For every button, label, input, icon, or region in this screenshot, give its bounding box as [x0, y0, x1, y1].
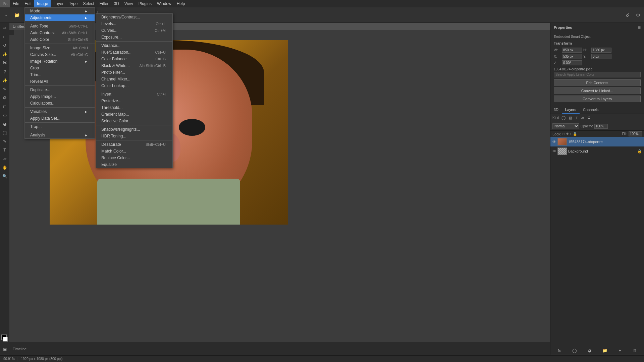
tool-brush[interactable]: ✎ — [1, 85, 9, 93]
adjustments-submenu-popup[interactable]: Brightness/Contrast... Levels... Ctrl+L … — [96, 13, 173, 168]
adj-exposure[interactable]: Exposure... — [96, 34, 172, 41]
adj-brightness[interactable]: Brightness/Contrast... — [96, 14, 172, 20]
search-apply-input[interactable] — [554, 72, 641, 77]
filter-smart[interactable]: ⚙ — [586, 115, 592, 120]
menu-ps[interactable]: Ps — [0, 0, 10, 7]
menu-layer[interactable]: Layer — [51, 0, 66, 7]
toolbar-open[interactable]: 📁 — [12, 10, 21, 20]
filter-shape[interactable]: ▱ — [580, 115, 585, 120]
tab-layers[interactable]: Layers — [562, 106, 580, 114]
blend-mode-select[interactable]: Normal Multiply Screen — [552, 123, 579, 129]
tool-shape[interactable]: ▱ — [1, 155, 9, 163]
tool-select-rect[interactable]: □ — [1, 33, 9, 41]
toolbar-new[interactable]: ◦ — [1, 10, 11, 20]
adj-colorbalance[interactable]: Color Balance... Ctrl+B — [96, 56, 172, 62]
menu-window[interactable]: Window — [154, 0, 174, 7]
layer-new-button[interactable]: + — [616, 347, 624, 355]
layer-visibility-0[interactable]: 👁 — [552, 140, 556, 144]
toolbar-search[interactable]: ☌ — [623, 10, 632, 20]
tool-pen[interactable]: ✎ — [1, 137, 9, 145]
image-menu-crop[interactable]: Crop — [25, 65, 95, 71]
lock-all-icon[interactable]: 🔒 — [573, 132, 577, 136]
tool-eraser[interactable]: ◻ — [1, 103, 9, 111]
tool-quick-mask[interactable]: ▣ — [1, 345, 9, 353]
image-menu-trap[interactable]: Trap... — [25, 123, 95, 130]
adj-levels[interactable]: Levels... Ctrl+L — [96, 20, 172, 27]
tab-3d[interactable]: 3D — [550, 106, 562, 114]
tool-dodge[interactable]: ◯ — [1, 129, 9, 137]
image-menu-analysis[interactable]: Analysis ► — [25, 132, 95, 138]
angle-input[interactable] — [562, 60, 582, 65]
image-menu-autotone[interactable]: Auto Tone Shift+Ctrl+L — [25, 23, 95, 29]
tool-text[interactable]: T — [1, 146, 9, 154]
w-input[interactable] — [562, 48, 582, 53]
adj-hdrtoning[interactable]: HDR Toning... — [96, 133, 172, 139]
tool-magic-wand[interactable]: ✨ — [1, 50, 9, 58]
menu-help[interactable]: Help — [174, 0, 188, 7]
adj-threshold[interactable]: Threshold... — [96, 104, 172, 111]
image-menu-calculations[interactable]: Calculations... — [25, 100, 95, 107]
menu-image[interactable]: Image — [34, 0, 51, 7]
adj-replacecolor[interactable]: Replace Color... — [96, 155, 172, 161]
lock-pixel-icon[interactable]: □ — [562, 132, 565, 136]
image-menu-imagerotation[interactable]: Image Rotation ► — [25, 58, 95, 65]
filter-adj[interactable]: ▨ — [568, 115, 573, 120]
adj-colorlookup[interactable]: Color Lookup... — [96, 82, 172, 89]
lock-move-icon[interactable]: ↕ — [570, 132, 572, 136]
tool-eyedropper[interactable]: ⚲ — [1, 68, 9, 76]
menu-select[interactable]: Select — [80, 0, 97, 7]
layer-item-0[interactable]: 👁 155438174-otoportre — [550, 137, 644, 146]
image-menu-variables[interactable]: Variables ► — [25, 108, 95, 115]
adj-matchcolor[interactable]: Match Color... — [96, 148, 172, 155]
image-menu-applyimage[interactable]: Apply Image... — [25, 93, 95, 100]
convert-to-linked-button[interactable]: Convert to Linked... — [554, 87, 641, 94]
image-menu-autocolor[interactable]: Auto Color Shift+Ctrl+B — [25, 36, 95, 43]
adj-blackwhite[interactable]: Black & White... Alt+Shift+Ctrl+B — [96, 62, 172, 69]
menu-3d[interactable]: 3D — [111, 0, 121, 7]
tool-zoom[interactable]: 🔍 — [1, 172, 9, 180]
image-menu-trim[interactable]: Trim... — [25, 71, 95, 78]
image-menu-adjustments[interactable]: Adjustments ► — [25, 14, 95, 21]
tab-channels[interactable]: Channels — [580, 106, 602, 114]
tool-clone-stamp[interactable]: ❂ — [1, 94, 9, 102]
menu-plugins[interactable]: Plugins — [136, 0, 154, 7]
convert-to-layers-button[interactable]: Convert to Layers — [554, 96, 641, 102]
y-input[interactable] — [591, 54, 611, 59]
properties-more[interactable]: ≡ — [638, 25, 641, 30]
tool-gradient[interactable]: ▭ — [1, 111, 9, 119]
image-menu-canvassize[interactable]: Canvas Size... Alt+Ctrl+C — [25, 51, 95, 58]
adj-vibrance[interactable]: Vibrance... — [96, 42, 172, 49]
tool-blur[interactable]: ◕ — [1, 120, 9, 128]
layer-adj-button[interactable]: ◕ — [586, 347, 594, 355]
edit-contents-button[interactable]: Edit Contents — [554, 79, 641, 86]
opacity-input[interactable] — [594, 124, 608, 129]
h-input[interactable] — [591, 48, 611, 53]
adj-desaturate[interactable]: Desaturate Shift+Ctrl+U — [96, 141, 172, 148]
lock-pos-icon[interactable]: ✚ — [566, 132, 569, 136]
layer-item-1[interactable]: 👁 Background 🔒 — [550, 146, 644, 156]
image-menu-duplicate[interactable]: Duplicate... — [25, 86, 95, 93]
image-menu-revealall[interactable]: Reveal All — [25, 78, 95, 85]
fill-input[interactable] — [629, 131, 642, 136]
tool-lasso[interactable]: ↺ — [1, 42, 9, 50]
adj-channelmixer[interactable]: Channel Mixer... — [96, 76, 172, 82]
image-menu-applydataset[interactable]: Apply Data Set... — [25, 115, 95, 122]
filter-text[interactable]: T — [575, 116, 579, 120]
menu-view[interactable]: View — [122, 0, 136, 7]
adj-posterize[interactable]: Posterize... — [96, 98, 172, 104]
layer-mask-button[interactable]: ◯ — [571, 347, 579, 355]
menu-edit[interactable]: Edit — [22, 0, 34, 7]
layer-group-button[interactable]: 📁 — [601, 347, 609, 355]
x-input[interactable] — [562, 54, 582, 59]
adj-huesaturation[interactable]: Hue/Saturation... Ctrl+U — [96, 49, 172, 56]
image-menu-mode[interactable]: Mode ► — [25, 8, 95, 14]
tool-spot-heal[interactable]: ✨ — [1, 76, 9, 84]
adj-shadowshighlights[interactable]: Shadows/Highlights... — [96, 126, 172, 133]
menu-filter[interactable]: Filter — [97, 0, 111, 7]
image-menu-popup[interactable]: Mode ► Adjustments ► Auto Tone Shift+Ctr… — [24, 7, 95, 139]
tool-hand[interactable]: ✋ — [1, 164, 9, 172]
tool-crop[interactable]: ✀ — [1, 59, 9, 67]
adj-photofilter[interactable]: Photo Filter... — [96, 69, 172, 76]
adj-equalize[interactable]: Equalize — [96, 161, 172, 168]
layer-fx-button[interactable]: fx — [555, 347, 564, 355]
